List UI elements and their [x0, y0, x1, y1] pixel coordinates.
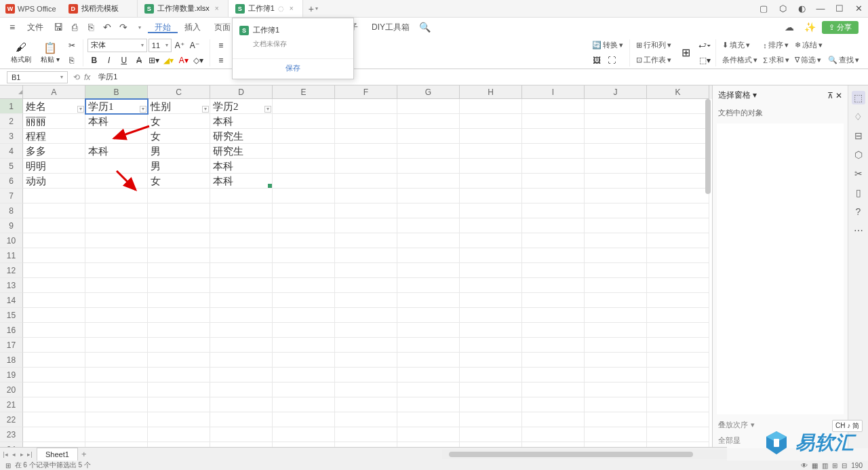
wrap-icon[interactable]: ⮐▾: [698, 39, 711, 52]
row-header[interactable]: 22: [0, 412, 23, 427]
cell[interactable]: [397, 412, 460, 427]
row-header[interactable]: 8: [0, 203, 23, 218]
cell[interactable]: [335, 248, 397, 263]
cell[interactable]: [585, 159, 647, 174]
menu-tab[interactable]: DIY工具箱: [365, 22, 416, 32]
cell[interactable]: [210, 427, 273, 442]
cell[interactable]: [460, 397, 522, 412]
font-family-select[interactable]: 宋体▾: [87, 39, 147, 52]
cell[interactable]: [273, 412, 335, 427]
cell[interactable]: [210, 338, 273, 353]
cell[interactable]: [335, 278, 397, 293]
popup-save-button[interactable]: 保存: [233, 58, 353, 75]
row-header[interactable]: 5: [0, 159, 23, 174]
cell[interactable]: [273, 99, 335, 114]
cell[interactable]: [647, 203, 709, 218]
cell[interactable]: [397, 397, 460, 412]
cell[interactable]: [273, 323, 335, 338]
cell[interactable]: [148, 412, 210, 427]
cell[interactable]: [522, 427, 585, 442]
cell[interactable]: [273, 278, 335, 293]
cell[interactable]: [23, 233, 85, 248]
cell[interactable]: [647, 427, 709, 442]
row-header[interactable]: 17: [0, 338, 23, 353]
cell[interactable]: [397, 99, 460, 114]
cell[interactable]: [148, 427, 210, 442]
cell[interactable]: [23, 338, 85, 353]
cell[interactable]: [85, 412, 148, 427]
sum-button[interactable]: Σ 求和 ▾: [761, 54, 791, 66]
cell[interactable]: [273, 218, 335, 233]
table-resize-handle[interactable]: [268, 184, 272, 188]
cell[interactable]: [273, 308, 335, 323]
name-box[interactable]: B1▾: [7, 71, 68, 83]
cell[interactable]: [273, 174, 335, 189]
zoom-value[interactable]: 190: [851, 462, 863, 469]
cloud-icon[interactable]: ☁: [781, 22, 797, 33]
cell[interactable]: [522, 189, 585, 203]
cell[interactable]: [335, 203, 397, 218]
filter-dropdown-icon[interactable]: ▾: [264, 106, 271, 113]
cell[interactable]: [23, 383, 85, 397]
cell[interactable]: [460, 218, 522, 233]
cell[interactable]: [23, 293, 85, 308]
cell[interactable]: [522, 293, 585, 308]
cell[interactable]: [148, 338, 210, 353]
more-tool-icon[interactable]: ⋯: [852, 224, 865, 237]
cell[interactable]: [647, 263, 709, 278]
cell[interactable]: [210, 189, 273, 203]
cell[interactable]: [335, 144, 397, 159]
cell[interactable]: [397, 203, 460, 218]
cell[interactable]: [397, 368, 460, 383]
cell[interactable]: [522, 248, 585, 263]
italic-icon[interactable]: I: [102, 54, 116, 67]
cell[interactable]: [85, 248, 148, 263]
cell[interactable]: [460, 129, 522, 144]
cell[interactable]: [335, 159, 397, 174]
tab-close-icon[interactable]: ×: [213, 5, 221, 12]
add-sheet-icon[interactable]: +: [78, 449, 90, 459]
cell[interactable]: [85, 203, 148, 218]
column-header[interactable]: I: [522, 85, 585, 99]
next-sheet-icon[interactable]: ▸: [18, 451, 26, 458]
cell[interactable]: [460, 248, 522, 263]
copy-icon[interactable]: ⎘: [65, 54, 79, 67]
cell[interactable]: [85, 174, 148, 189]
cell[interactable]: [273, 203, 335, 218]
convert-button[interactable]: 🔄 转换 ▾: [590, 39, 625, 51]
window-tab[interactable]: S 工作簿1 ◌ ×: [229, 0, 303, 17]
cell[interactable]: [647, 248, 709, 263]
column-header[interactable]: J: [585, 85, 647, 99]
cell[interactable]: 动动: [23, 174, 85, 189]
formula-bar[interactable]: 学历1: [96, 72, 117, 82]
cell[interactable]: 多多: [23, 144, 85, 159]
cell[interactable]: 本科: [85, 114, 148, 129]
cell[interactable]: [85, 308, 148, 323]
cell[interactable]: [273, 114, 335, 129]
cell[interactable]: 本科: [85, 144, 148, 159]
cell[interactable]: [148, 278, 210, 293]
cell[interactable]: [85, 278, 148, 293]
column-header[interactable]: D: [210, 85, 273, 99]
last-sheet-icon[interactable]: ▸|: [26, 451, 34, 458]
cell[interactable]: [585, 144, 647, 159]
cell[interactable]: [397, 129, 460, 144]
cell[interactable]: [397, 383, 460, 397]
cell[interactable]: [23, 218, 85, 233]
row-header[interactable]: 6: [0, 174, 23, 189]
cell[interactable]: [148, 248, 210, 263]
row-header[interactable]: 9: [0, 218, 23, 233]
cell[interactable]: [335, 293, 397, 308]
cell[interactable]: [148, 263, 210, 278]
cell[interactable]: [210, 293, 273, 308]
cell[interactable]: [647, 353, 709, 368]
horizontal-scrollbar[interactable]: [442, 450, 727, 459]
cell[interactable]: [23, 248, 85, 263]
cell[interactable]: [647, 189, 709, 203]
cell[interactable]: [647, 412, 709, 427]
cell[interactable]: 学历2▾: [210, 99, 273, 114]
cut-icon[interactable]: ✂: [65, 39, 79, 52]
cell[interactable]: [23, 308, 85, 323]
row-header[interactable]: 10: [0, 233, 23, 248]
cell[interactable]: [335, 412, 397, 427]
